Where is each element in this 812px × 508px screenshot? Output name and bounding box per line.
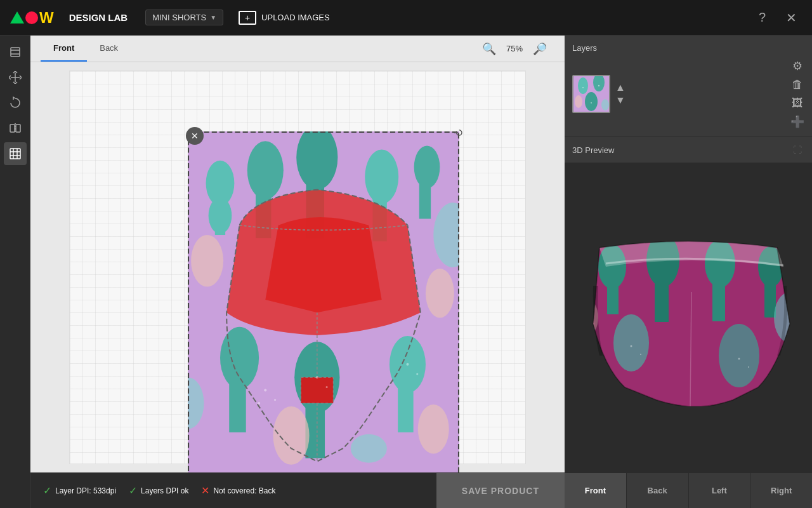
logo-triangle-icon	[10, 11, 24, 23]
logo-circle-icon	[25, 11, 38, 24]
tab-bar: Front Back 🔍 75% 🔎	[30, 36, 565, 62]
svg-point-50	[578, 77, 588, 94]
status-items: ✓ Layer DPI: 533dpi ✓ Layers DPI ok ✕ No…	[30, 485, 436, 497]
svg-point-55	[582, 87, 584, 88]
logo-shapes: W	[10, 10, 54, 25]
not-covered-label: Not covered: Back	[213, 486, 275, 495]
svg-point-54	[601, 99, 609, 110]
scale-handle[interactable]: ↘	[455, 470, 463, 472]
svg-rect-6	[16, 124, 20, 132]
upload-images-button[interactable]: + UPLOAD IMAGES	[233, 8, 335, 27]
shorts-3d-svg	[574, 229, 802, 406]
svg-rect-8	[10, 149, 20, 159]
layer-up-button[interactable]: ▲	[615, 83, 625, 93]
help-button[interactable]: ?	[754, 8, 771, 27]
move-tool-button[interactable]	[4, 66, 27, 89]
coverage-err-icon: ✕	[201, 485, 209, 497]
design-canvas-svg	[187, 131, 460, 472]
preview-3d-section: 3D Preview ⛶	[565, 137, 812, 508]
layers-dpi-label: Layers DPI ok	[141, 486, 188, 495]
product-name: MINI SHORTS	[152, 13, 206, 22]
svg-rect-47	[188, 131, 459, 472]
preview-3d-label: 3D Preview	[572, 145, 614, 155]
layers-ok-icon: ✓	[129, 485, 137, 497]
layers-section: Layers	[565, 36, 812, 137]
right-panel: Layers	[565, 36, 812, 508]
dpi-label: Layer DPI: 533dpi	[55, 486, 116, 495]
zoom-out-button[interactable]: 🔍	[480, 39, 499, 58]
zoom-level: 75%	[504, 44, 525, 53]
header: W DESIGN LAB MINI SHORTS ▼ + UPLOAD IMAG…	[0, 0, 812, 36]
canvas-controls: 🔍 75% 🔎	[480, 39, 554, 58]
rotate-tool-button[interactable]	[4, 91, 27, 114]
save-product-button[interactable]: SAVE PRODUCT	[436, 473, 565, 509]
logo-w-icon: W	[39, 10, 54, 25]
tab-front[interactable]: Front	[41, 36, 87, 62]
status-bar: ✓ Layer DPI: 533dpi ✓ Layers DPI ok ✕ No…	[30, 472, 565, 508]
layer-delete-button[interactable]: 🗑	[790, 78, 804, 91]
svg-point-53	[575, 95, 582, 108]
upload-icon: +	[239, 11, 256, 25]
svg-rect-0	[11, 48, 20, 57]
close-button[interactable]: ✕	[781, 8, 802, 28]
app-title: DESIGN LAB	[69, 12, 128, 23]
frame-tool-button[interactable]	[4, 41, 27, 64]
layer-add-button[interactable]: ➕	[790, 115, 804, 129]
view-back-button[interactable]: Back	[627, 473, 689, 508]
layer-thumb-svg	[573, 76, 609, 112]
svg-point-57	[591, 102, 592, 104]
dpi-ok-icon: ✓	[43, 485, 51, 497]
view-left-button[interactable]: Left	[689, 473, 751, 508]
layer-order-arrows: ▲ ▼	[615, 83, 625, 105]
svg-point-56	[598, 85, 599, 86]
expand-preview-button[interactable]: ⛶	[790, 142, 804, 157]
logo: W	[10, 10, 54, 25]
layers-dpi-status: ✓ Layers DPI ok	[129, 485, 188, 497]
remove-design-button[interactable]: ✕	[186, 127, 204, 145]
layer-add-image-button[interactable]: 🖼	[790, 97, 804, 110]
preview-3d-canvas	[565, 163, 812, 472]
chevron-down-icon: ▼	[210, 14, 216, 21]
preview-3d-header: 3D Preview ⛶	[565, 137, 812, 163]
layers-title: Layers	[572, 43, 804, 53]
svg-point-52	[585, 92, 598, 111]
layer-down-button[interactable]: ▼	[615, 95, 625, 105]
view-front-button[interactable]: Front	[565, 473, 627, 508]
left-toolbar	[0, 36, 30, 508]
layer-actions: ⚙ 🗑 🖼 ➕	[790, 59, 804, 129]
svg-rect-5	[10, 124, 15, 132]
main-layout: Front Back 🔍 75% 🔎	[0, 36, 812, 508]
flip-tool-button[interactable]	[4, 117, 27, 140]
canvas-area: Front Back 🔍 75% 🔎	[30, 36, 565, 508]
tab-back[interactable]: Back	[87, 36, 131, 62]
pattern-tool-button[interactable]	[4, 142, 27, 165]
layer-settings-button[interactable]: ⚙	[790, 59, 804, 73]
view-right-button[interactable]: Right	[750, 473, 812, 508]
canvas-workspace[interactable]: ✕ ↻ ↘	[30, 62, 565, 472]
upload-btn-label: UPLOAD IMAGES	[261, 13, 330, 22]
dpi-status: ✓ Layer DPI: 533dpi	[43, 485, 116, 497]
view-buttons: Front Back Left Right	[565, 472, 812, 508]
coverage-status: ✕ Not covered: Back	[201, 485, 275, 497]
layers-row: ▲ ▼ ⚙ 🗑 🖼 ➕	[572, 59, 804, 129]
canvas-background: ✕ ↻ ↘	[69, 70, 526, 464]
zoom-in-button[interactable]: 🔎	[530, 39, 549, 58]
layer-thumbnail[interactable]	[572, 75, 610, 113]
product-selector[interactable]: MINI SHORTS ▼	[145, 10, 223, 25]
